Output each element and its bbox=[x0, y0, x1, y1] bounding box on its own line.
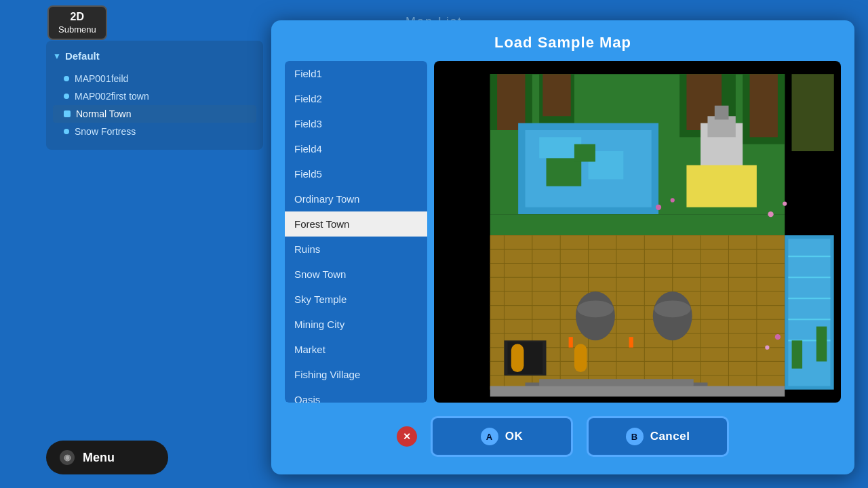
svg-rect-71 bbox=[539, 379, 694, 386]
list-item-market[interactable]: Market bbox=[285, 337, 427, 362]
ok-badge: A bbox=[481, 428, 498, 445]
sidebar-item-label: MAP002first town bbox=[75, 91, 149, 102]
svg-rect-21 bbox=[686, 165, 756, 207]
svg-point-68 bbox=[775, 334, 781, 340]
svg-point-65 bbox=[671, 198, 675, 202]
svg-rect-72 bbox=[490, 386, 785, 397]
bullet-icon bbox=[64, 129, 69, 134]
menu-circle-icon: ◉ bbox=[60, 450, 75, 465]
submenu-button[interactable]: 2D Submenu bbox=[47, 5, 107, 40]
cancel-label: Cancel bbox=[650, 430, 690, 443]
list-item-ruins[interactable]: Ruins bbox=[285, 237, 427, 262]
ok-label: OK bbox=[505, 430, 524, 443]
arrow-icon: ▼ bbox=[53, 52, 61, 61]
bullet-icon bbox=[64, 76, 69, 81]
bullet-icon bbox=[64, 94, 69, 99]
load-sample-map-dialog: Load Sample Map Field1Field2Field3Field4… bbox=[271, 20, 854, 474]
cancel-button[interactable]: B Cancel bbox=[587, 416, 729, 457]
svg-rect-63 bbox=[816, 327, 827, 362]
svg-point-46 bbox=[577, 300, 614, 317]
svg-rect-9 bbox=[750, 74, 778, 137]
map-preview-svg bbox=[434, 61, 841, 403]
sidebar-item-map001[interactable]: MAP001feild bbox=[53, 70, 256, 87]
square-icon bbox=[64, 110, 71, 117]
svg-rect-22 bbox=[490, 214, 785, 235]
ok-button[interactable]: A OK bbox=[431, 416, 573, 457]
list-item-field3[interactable]: Field3 bbox=[285, 111, 427, 136]
svg-point-66 bbox=[768, 211, 773, 217]
svg-rect-52 bbox=[574, 344, 587, 372]
sidebar-item-map002[interactable]: MAP002first town bbox=[53, 87, 256, 105]
svg-rect-53 bbox=[569, 337, 573, 348]
sidebar-item-label: Normal Town bbox=[76, 108, 131, 119]
sidebar-item-normal-town[interactable]: Normal Town bbox=[53, 105, 256, 123]
svg-point-67 bbox=[783, 202, 787, 206]
list-item-sky-temple[interactable]: Sky Temple bbox=[285, 287, 427, 312]
submenu-label: Submenu bbox=[58, 24, 96, 35]
sidebar-group-title: ▼ Default bbox=[53, 50, 256, 62]
menu-label: Menu bbox=[83, 451, 115, 465]
sidebar-item-label: Snow Fortress bbox=[75, 126, 136, 137]
list-item-field5[interactable]: Field5 bbox=[285, 161, 427, 186]
map-list-panel: Field1Field2Field3Field4Field5Ordinary T… bbox=[285, 61, 427, 403]
list-item-snow-town[interactable]: Snow Town bbox=[285, 262, 427, 287]
sidebar: ▼ Default MAP001feild MAP002first town N… bbox=[46, 41, 263, 150]
sidebar-group-label: Default bbox=[65, 50, 100, 62]
sidebar-item-snow-fortress[interactable]: Snow Fortress bbox=[53, 123, 256, 140]
menu-button[interactable]: ◉ Menu bbox=[46, 441, 168, 474]
svg-rect-7 bbox=[542, 74, 570, 116]
modal-title: Load Sample Map bbox=[285, 34, 841, 52]
svg-rect-20 bbox=[715, 106, 729, 120]
list-item-fishing-village[interactable]: Fishing Village bbox=[285, 362, 427, 387]
svg-rect-6 bbox=[497, 74, 525, 130]
svg-point-64 bbox=[656, 205, 661, 210]
svg-rect-11 bbox=[792, 74, 834, 151]
svg-rect-17 bbox=[574, 144, 595, 162]
map-preview-panel bbox=[434, 61, 841, 403]
modal-footer: ✕ A OK B Cancel bbox=[285, 412, 841, 461]
svg-rect-54 bbox=[629, 337, 633, 348]
svg-rect-16 bbox=[547, 158, 582, 186]
list-item-field4[interactable]: Field4 bbox=[285, 136, 427, 161]
svg-point-48 bbox=[654, 300, 691, 317]
2d-icon: 2D bbox=[71, 11, 84, 23]
sidebar-item-label: MAP001feild bbox=[75, 73, 128, 84]
list-item-field1[interactable]: Field1 bbox=[285, 61, 427, 86]
list-item-oasis[interactable]: Oasis bbox=[285, 387, 427, 403]
list-item-mining-city[interactable]: Mining City bbox=[285, 312, 427, 337]
svg-rect-62 bbox=[792, 340, 803, 368]
svg-rect-51 bbox=[511, 344, 524, 372]
modal-body: Field1Field2Field3Field4Field5Ordinary T… bbox=[285, 61, 841, 403]
map-list-scroll[interactable]: Field1Field2Field3Field4Field5Ordinary T… bbox=[285, 61, 427, 403]
list-item-ordinary-town[interactable]: Ordinary Town bbox=[285, 186, 427, 211]
close-button[interactable]: ✕ bbox=[397, 426, 417, 447]
list-item-forest-town[interactable]: Forest Town bbox=[285, 211, 427, 237]
svg-point-69 bbox=[765, 346, 769, 350]
list-item-field2[interactable]: Field2 bbox=[285, 86, 427, 111]
cancel-badge: B bbox=[626, 428, 644, 445]
